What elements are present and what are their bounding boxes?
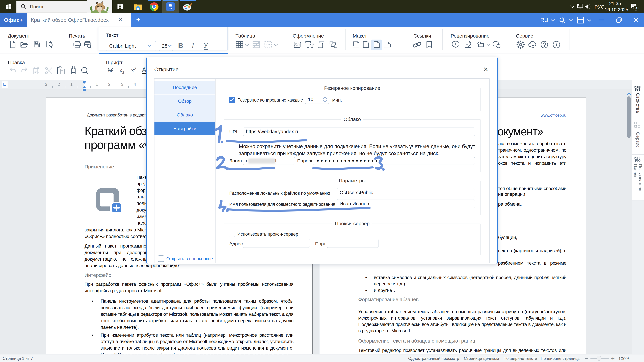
svg-text:2: 2 — [122, 70, 124, 74]
svg-text:2: 2 — [134, 67, 136, 71]
svg-text:x: x — [120, 68, 122, 73]
svg-text:x: x — [131, 67, 134, 73]
svg-text:А: А — [142, 66, 146, 73]
